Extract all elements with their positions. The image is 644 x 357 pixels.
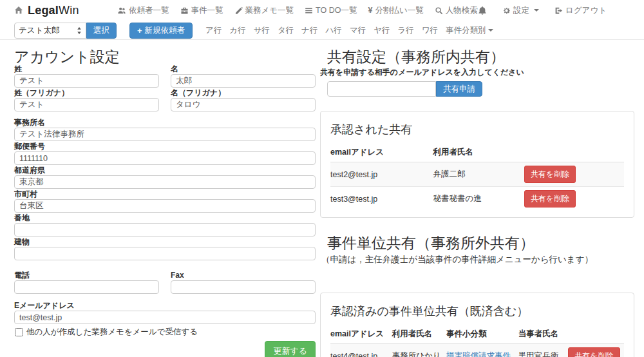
- nav-item-label: 人物検索: [446, 5, 478, 16]
- brand-bold: Legal: [28, 4, 59, 17]
- share-settings-section: 共有設定（事務所内共有） 共有を申請する相手のメールアドレスを入力してください …: [320, 48, 634, 357]
- kana-tab-ra[interactable]: ラ行: [397, 25, 413, 36]
- approved-shares-panel: 承認された共有 emailアドレス 利用者氏名 test2@test.jp 弁護…: [320, 111, 634, 218]
- kana-tab-a[interactable]: ア行: [205, 25, 222, 36]
- share-user-name-cell: 事務所ひかり: [392, 344, 446, 357]
- building-field[interactable]: [14, 247, 316, 260]
- office-name-field[interactable]: [14, 128, 316, 141]
- home-icon: [14, 6, 23, 15]
- sign-out-icon: [554, 6, 563, 15]
- settings-label: 設定: [513, 5, 529, 16]
- kana-tab-wa[interactable]: ワ行: [422, 25, 438, 36]
- column-header-user-name: 利用者氏名: [392, 325, 446, 344]
- first-name-kana-label: 名（フリガナ）: [171, 89, 316, 97]
- column-header-email: emailアドレス: [330, 325, 392, 344]
- kana-tab-ta[interactable]: タ行: [278, 25, 294, 36]
- new-client-label: 新規依頼者: [145, 25, 185, 36]
- gear-icon: [502, 6, 511, 15]
- nav-item-label: TO DO一覧: [316, 5, 357, 16]
- phone-field[interactable]: [14, 280, 159, 294]
- brand-home-link[interactable]: LegalWin: [14, 4, 117, 17]
- nav-item-label: 業務メモ一覧: [245, 5, 294, 16]
- client-select-group: テスト太郎 選択: [14, 23, 117, 39]
- case-subtype-link[interactable]: 損害賠償請求事件: [446, 351, 511, 357]
- share-instruction: 共有を申請する相手のメールアドレスを入力してください: [320, 67, 634, 78]
- last-name-label: 姓: [14, 65, 159, 73]
- street-field[interactable]: [14, 223, 316, 236]
- kana-tab-na[interactable]: ナ行: [301, 25, 317, 36]
- memo-mail-checkbox-row: 他の人が作成した業務メモをメールで受信する: [14, 327, 316, 338]
- share-settings-title: 共有設定（事務所内共有）: [327, 48, 634, 65]
- fax-label: Fax: [171, 271, 316, 279]
- nav-item-memos[interactable]: 業務メモ一覧: [234, 5, 294, 16]
- kana-tab-sa[interactable]: サ行: [254, 25, 270, 36]
- column-header-case-subtype: 事件小分類: [446, 325, 518, 344]
- share-apply-button[interactable]: 共有申請: [436, 81, 482, 97]
- brand-light: Win: [59, 4, 79, 17]
- top-navbar: LegalWin 依頼者一覧 事件一覧 業務メモ一覧 TO DO一覧 ¥ 分割払…: [0, 0, 644, 40]
- nav-item-label: 事件一覧: [191, 5, 223, 16]
- client-select-value: テスト太郎: [19, 25, 59, 36]
- first-name-kana-field[interactable]: [171, 98, 316, 111]
- nav-item-person-search[interactable]: 人物検索: [435, 5, 478, 16]
- city-field[interactable]: [14, 199, 316, 213]
- settings-menu[interactable]: 設定: [502, 5, 539, 16]
- nav-item-installments[interactable]: ¥ 分割払い一覧: [368, 5, 423, 16]
- account-settings-section: アカウント設定 姓 名 姓（フリガナ） 名（フリガナ） 事務所名: [14, 48, 316, 357]
- chevron-down-icon: [488, 29, 493, 32]
- nav-item-todo[interactable]: TO DO一覧: [305, 5, 357, 16]
- account-settings-title: アカウント設定: [14, 48, 316, 65]
- list-icon: [305, 6, 313, 15]
- column-header-actions: [524, 144, 624, 162]
- nav-item-label: 分割払い一覧: [375, 5, 423, 16]
- nav-item-label: 依頼者一覧: [129, 5, 169, 16]
- share-email-cell: test2@test.jp: [330, 162, 433, 187]
- kana-tab-ha[interactable]: ハ行: [326, 25, 342, 36]
- kana-tab-ka[interactable]: カ行: [229, 25, 245, 36]
- new-client-button[interactable]: + 新規依頼者: [129, 23, 193, 39]
- select-stepper-icon: [77, 26, 82, 35]
- pencil-icon: [234, 6, 243, 15]
- share-email-input[interactable]: [327, 81, 436, 97]
- select-client-button[interactable]: 選択: [86, 23, 117, 39]
- delete-share-button[interactable]: 共有を削除: [524, 166, 576, 183]
- logout-button[interactable]: ログアウト: [554, 5, 607, 16]
- email-field[interactable]: [14, 311, 316, 324]
- users-icon: [117, 6, 126, 15]
- navbar-primary-row: LegalWin 依頼者一覧 事件一覧 業務メモ一覧 TO DO一覧 ¥ 分割払…: [14, 0, 644, 21]
- case-unit-share-title: 事件単位共有（事務所外共有）: [327, 235, 634, 251]
- memo-mail-checkbox[interactable]: [15, 328, 23, 336]
- approved-shares-table: emailアドレス 利用者氏名 test2@test.jp 弁護二郎 共有を削除…: [330, 144, 624, 211]
- street-label: 番地: [14, 214, 316, 222]
- memo-mail-checkbox-label: 他の人が作成した業務メモをメールで受信する: [26, 327, 198, 338]
- share-user-name-cell: 弁護二郎: [433, 162, 524, 187]
- client-select[interactable]: テスト太郎: [14, 23, 86, 39]
- table-row: test4@test.jp 事務所ひかり 損害賠償請求事件 黒田官兵衛 共有を削…: [330, 344, 624, 357]
- delete-share-button[interactable]: 共有を削除: [524, 190, 576, 207]
- update-button[interactable]: 更新する: [265, 341, 316, 357]
- navbar-secondary-row: テスト太郎 選択 + 新規依頼者 ア行 カ行 サ行 タ行 ナ行 ハ行 マ行 ヤ行…: [14, 21, 644, 40]
- case-approved-shares-title: 承認済みの事件単位共有（既済含む）: [330, 304, 624, 319]
- prefecture-field[interactable]: [14, 175, 316, 189]
- last-name-field[interactable]: [14, 74, 159, 88]
- case-category-dropdown[interactable]: 事件分類別: [446, 25, 493, 36]
- kana-tab-ya[interactable]: ヤ行: [374, 25, 390, 36]
- delete-share-button[interactable]: 共有を削除: [568, 347, 620, 357]
- last-name-kana-field[interactable]: [14, 98, 159, 111]
- kana-tab-ma[interactable]: マ行: [350, 25, 366, 36]
- fax-field[interactable]: [171, 280, 316, 294]
- nav-item-clients[interactable]: 依頼者一覧: [117, 5, 169, 16]
- bell-icon: [478, 6, 487, 15]
- first-name-field[interactable]: [171, 74, 316, 88]
- main-menu: 依頼者一覧 事件一覧 業務メモ一覧 TO DO一覧 ¥ 分割払い一覧 人物検索: [117, 5, 478, 16]
- prefecture-label: 都道府県: [14, 166, 316, 174]
- case-approved-shares-table: emailアドレス 利用者氏名 事件小分類 当事者氏名 test4@test.j…: [330, 325, 624, 357]
- notifications-bell-button[interactable]: [478, 6, 487, 15]
- logout-label: ログアウト: [565, 5, 607, 16]
- postal-code-field[interactable]: [14, 151, 316, 165]
- brand-text: LegalWin: [28, 4, 79, 17]
- share-apply-group: 共有申請: [327, 81, 634, 97]
- share-email-cell: test4@test.jp: [330, 344, 392, 357]
- nav-item-cases[interactable]: 事件一覧: [180, 5, 223, 16]
- case-approved-shares-panel: 承認済みの事件単位共有（既済含む） emailアドレス 利用者氏名 事件小分類 …: [320, 293, 634, 357]
